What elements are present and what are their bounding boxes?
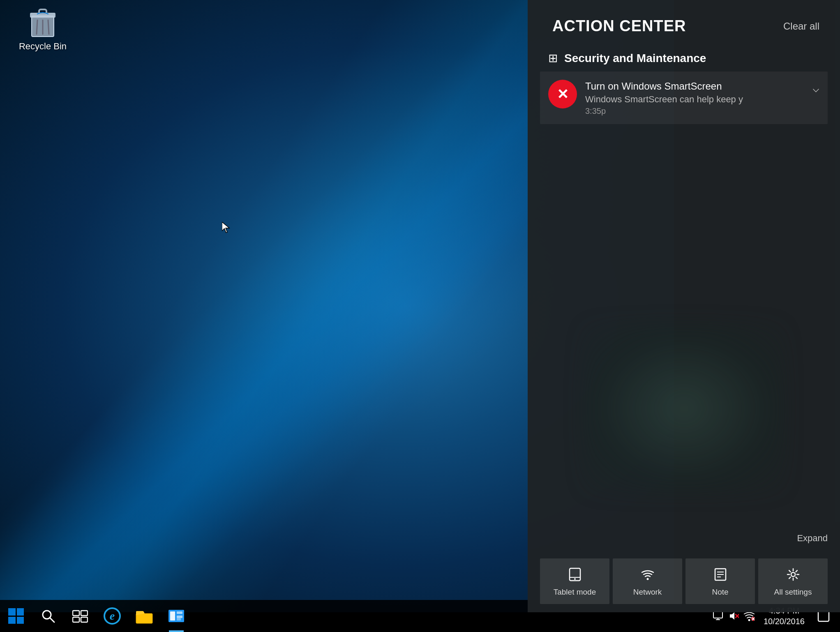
svg-point-16 xyxy=(791,572,795,577)
svg-rect-30 xyxy=(713,611,722,618)
search-icon xyxy=(41,609,55,623)
empty-notification-area xyxy=(528,288,840,529)
smartscreen-notification[interactable]: ✕ Turn on Windows SmartScreen Windows Sm… xyxy=(540,72,828,124)
svg-point-9 xyxy=(574,578,576,580)
notifications-area: ⊞ Security and Maintenance ✕ Turn on Win… xyxy=(528,47,840,288)
svg-marker-7 xyxy=(222,222,229,233)
win-logo-q2 xyxy=(17,608,24,616)
quick-actions-grid: Tablet mode Network xyxy=(540,558,828,604)
clock-date: 10/20/2016 xyxy=(764,616,805,627)
svg-point-35 xyxy=(748,619,750,621)
pinned-app-3-taskbar[interactable] xyxy=(160,600,192,632)
smartscreen-title: Turn on Windows SmartScreen xyxy=(585,80,804,92)
svg-rect-28 xyxy=(177,616,182,618)
file-explorer-taskbar[interactable] xyxy=(128,600,160,632)
recycle-bin-image xyxy=(26,6,59,39)
search-button[interactable] xyxy=(32,600,64,632)
win-logo-q1 xyxy=(8,608,16,616)
svg-rect-27 xyxy=(177,611,182,614)
all-settings-button[interactable]: All settings xyxy=(758,558,828,604)
svg-rect-23 xyxy=(136,614,152,623)
network-icon xyxy=(641,567,655,584)
tablet-mode-icon xyxy=(568,567,582,584)
note-button[interactable]: Note xyxy=(685,558,755,604)
action-center-panel: ACTION CENTER Clear all ⊞ Security and M… xyxy=(528,0,840,612)
mouse-cursor xyxy=(222,222,230,233)
tablet-mode-label: Tablet mode xyxy=(554,588,596,597)
svg-rect-29 xyxy=(177,618,181,620)
note-label: Note xyxy=(712,588,728,597)
security-section-header: ⊞ Security and Maintenance xyxy=(540,47,828,72)
note-icon xyxy=(713,567,727,584)
recycle-bin-icon[interactable]: Recycle Bin xyxy=(12,6,73,52)
notification-expand-icon[interactable]: ⌵ xyxy=(812,81,819,95)
file-explorer-icon xyxy=(135,608,153,624)
tablet-mode-button[interactable]: Tablet mode xyxy=(540,558,609,604)
clear-all-button[interactable]: Clear all xyxy=(783,21,819,32)
svg-rect-21 xyxy=(73,617,79,622)
all-settings-icon xyxy=(786,567,800,584)
start-button[interactable] xyxy=(0,600,32,632)
security-icon: ⊞ xyxy=(548,51,558,65)
network-button[interactable]: Network xyxy=(613,558,682,604)
svg-rect-19 xyxy=(73,611,79,616)
blur-decoration xyxy=(581,322,787,495)
quick-actions-area: Tablet mode Network xyxy=(528,550,840,612)
smartscreen-body: Windows SmartScreen can help keep y xyxy=(585,94,804,105)
task-view-button[interactable] xyxy=(64,600,96,632)
ie-icon xyxy=(104,607,121,625)
smartscreen-content: Turn on Windows SmartScreen Windows Smar… xyxy=(585,80,804,116)
recycle-bin-label: Recycle Bin xyxy=(19,41,67,52)
win-logo-q3 xyxy=(8,617,16,624)
svg-line-2 xyxy=(37,20,37,34)
svg-rect-26 xyxy=(170,611,175,620)
smartscreen-icon: ✕ xyxy=(548,80,577,108)
svg-rect-22 xyxy=(81,617,88,622)
svg-point-11 xyxy=(646,578,648,580)
pinned-app-3-icon xyxy=(168,607,185,625)
svg-line-18 xyxy=(50,618,54,622)
windows-logo xyxy=(8,608,24,624)
internet-explorer-taskbar[interactable] xyxy=(96,600,128,632)
task-view-icon xyxy=(72,609,88,623)
action-center-header: ACTION CENTER Clear all xyxy=(528,0,840,47)
security-section-title: Security and Maintenance xyxy=(564,52,706,65)
svg-line-4 xyxy=(48,20,49,34)
all-settings-label: All settings xyxy=(774,588,812,597)
network-label: Network xyxy=(633,588,662,597)
expand-button[interactable]: Expand xyxy=(797,533,828,544)
action-center-title: ACTION CENTER xyxy=(552,17,686,35)
svg-rect-20 xyxy=(81,611,88,616)
smartscreen-time: 3:35p xyxy=(585,106,804,116)
win-logo-q4 xyxy=(17,617,24,624)
expand-row: Expand xyxy=(528,529,840,550)
